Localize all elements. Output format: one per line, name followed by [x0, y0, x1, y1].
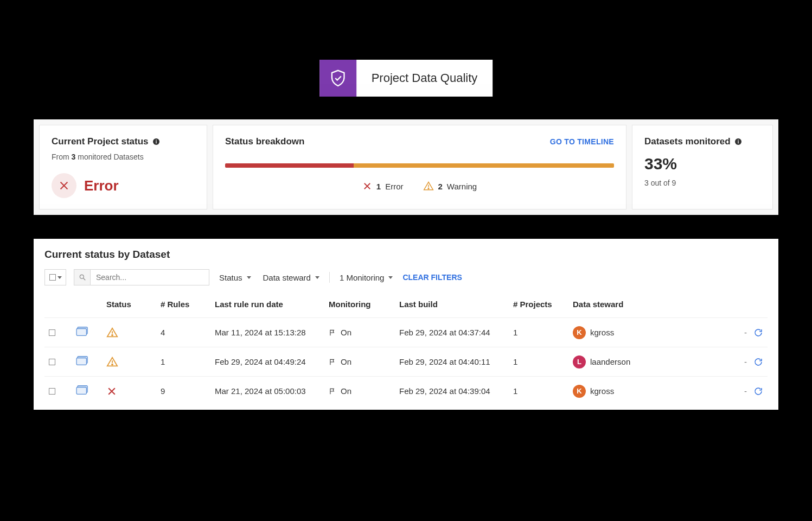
dataset-folder-icon — [76, 355, 90, 367]
sub-suffix: monitored Datasets — [75, 153, 143, 161]
table-row[interactable]: 4Mar 11, 2024 at 15:13:28OnFeb 29, 2024 … — [44, 318, 768, 347]
status-word: Error — [84, 177, 119, 194]
avatar: L — [573, 355, 586, 368]
row-checkbox[interactable] — [49, 388, 55, 395]
status-icon — [106, 356, 152, 368]
page-title: Project Data Quality — [356, 60, 493, 97]
search-input[interactable] — [91, 273, 209, 282]
summary-cards-row: Current Project status From 3 monitored … — [34, 119, 778, 215]
flag-icon — [329, 358, 336, 366]
error-icon — [52, 173, 76, 198]
avatar: K — [573, 385, 586, 398]
card-title-text: Current Project status — [52, 136, 149, 147]
info-icon[interactable] — [152, 137, 161, 146]
shield-check-icon — [319, 60, 356, 97]
cell-rules: 1 — [156, 347, 210, 377]
svg-rect-19 — [76, 387, 86, 395]
dataset-folder-icon — [76, 384, 90, 396]
legend-warning: 2 Warning — [423, 181, 477, 192]
cell-monitoring: On — [329, 328, 391, 337]
card-title-text: Datasets monitored — [644, 136, 731, 147]
caret-down-icon — [247, 276, 251, 279]
th-rules[interactable]: # Rules — [156, 293, 210, 318]
svg-rect-6 — [738, 141, 738, 144]
monitor-sub: 3 out of 9 — [644, 179, 760, 187]
row-dash: - — [744, 357, 747, 366]
info-icon[interactable] — [734, 137, 743, 146]
table-row[interactable]: 9Mar 21, 2024 at 05:00:03OnFeb 29, 2024 … — [44, 377, 768, 406]
refresh-icon[interactable] — [753, 328, 763, 338]
refresh-icon[interactable] — [753, 357, 763, 367]
cell-monitoring: On — [329, 386, 391, 396]
cell-last-run: Mar 11, 2024 at 15:13:28 — [210, 318, 324, 347]
sub-prefix: From — [52, 153, 72, 161]
current-project-status-card: Current Project status From 3 monitored … — [39, 125, 207, 209]
status-icon — [106, 386, 152, 397]
clear-filters-link[interactable]: CLEAR FILTERS — [402, 273, 462, 282]
go-to-timeline-link[interactable]: GO TO TIMELINE — [550, 137, 614, 146]
card-title: Datasets monitored — [644, 136, 760, 147]
cell-steward: Kkgross — [573, 385, 662, 398]
status-bar-error-segment — [225, 163, 354, 168]
svg-point-13 — [112, 334, 113, 335]
dataset-folder-icon — [76, 326, 90, 338]
breakdown-legend: 1 Error 2 Warning — [225, 181, 614, 192]
filter-label: 1 Monitoring — [340, 273, 385, 282]
cell-projects: 1 — [509, 347, 568, 377]
table-row[interactable]: 1Feb 29, 2024 at 04:49:24OnFeb 29, 2024 … — [44, 347, 768, 377]
th-steward[interactable]: Data steward — [568, 293, 666, 318]
filter-monitoring[interactable]: 1 Monitoring — [337, 273, 395, 282]
cell-steward: Llaanderson — [573, 355, 662, 368]
cell-last-build: Feb 29, 2024 at 04:40:11 — [395, 347, 509, 377]
status-bar — [225, 163, 614, 168]
svg-point-8 — [80, 275, 84, 278]
th-monitoring[interactable]: Monitoring — [324, 293, 395, 318]
cell-last-run: Feb 29, 2024 at 04:49:24 — [210, 347, 324, 377]
flag-icon — [329, 329, 336, 336]
svg-rect-15 — [76, 358, 86, 365]
legend-error: 1 Error — [362, 181, 404, 192]
row-checkbox[interactable] — [49, 329, 55, 336]
flag-icon — [329, 387, 336, 395]
status-result: Error — [52, 173, 195, 198]
svg-point-2 — [156, 139, 157, 141]
status-breakdown-card: Status breakdown GO TO TIMELINE 1 Error … — [213, 125, 626, 209]
legend-error-count: 1 — [376, 182, 381, 191]
legend-warn-label: Warning — [447, 182, 477, 191]
checkbox-icon — [49, 274, 56, 281]
row-dash: - — [744, 328, 747, 337]
th-last-build[interactable]: Last build — [395, 293, 509, 318]
dataset-status-panel: Current status by Dataset Status Data st… — [34, 239, 778, 410]
caret-down-icon — [315, 276, 319, 279]
cell-last-build: Feb 29, 2024 at 04:37:44 — [395, 318, 509, 347]
panel-title: Current status by Dataset — [44, 249, 768, 260]
select-all-dropdown[interactable] — [44, 269, 66, 285]
th-status[interactable]: Status — [102, 293, 156, 318]
search-icon — [74, 270, 91, 285]
filter-steward[interactable]: Data steward — [261, 273, 322, 282]
avatar: K — [573, 326, 586, 339]
filter-status[interactable]: Status — [217, 273, 253, 282]
warning-icon — [423, 181, 434, 192]
caret-down-icon — [57, 276, 62, 279]
search-input-wrapper — [74, 269, 209, 285]
cell-rules: 9 — [156, 377, 210, 406]
dataset-table: Status # Rules Last rule run date Monito… — [44, 293, 768, 405]
title-banner: Project Data Quality — [319, 60, 493, 97]
svg-rect-1 — [156, 141, 156, 144]
cell-last-run: Mar 21, 2024 at 05:00:03 — [210, 377, 324, 406]
row-dash: - — [744, 386, 747, 396]
cell-last-build: Feb 29, 2024 at 04:39:04 — [395, 377, 509, 406]
cell-monitoring: On — [329, 357, 391, 366]
refresh-icon[interactable] — [753, 386, 763, 396]
filter-row: Status Data steward 1 Monitoring CLEAR F… — [44, 269, 768, 285]
legend-error-label: Error — [385, 182, 403, 191]
caret-down-icon — [388, 276, 393, 279]
cell-rules: 4 — [156, 318, 210, 347]
row-checkbox[interactable] — [49, 359, 55, 365]
th-last-run[interactable]: Last rule run date — [210, 293, 324, 318]
x-icon — [362, 181, 372, 191]
svg-point-4 — [428, 188, 429, 189]
th-projects[interactable]: # Projects — [509, 293, 568, 318]
card-title: Status breakdown — [225, 136, 304, 147]
